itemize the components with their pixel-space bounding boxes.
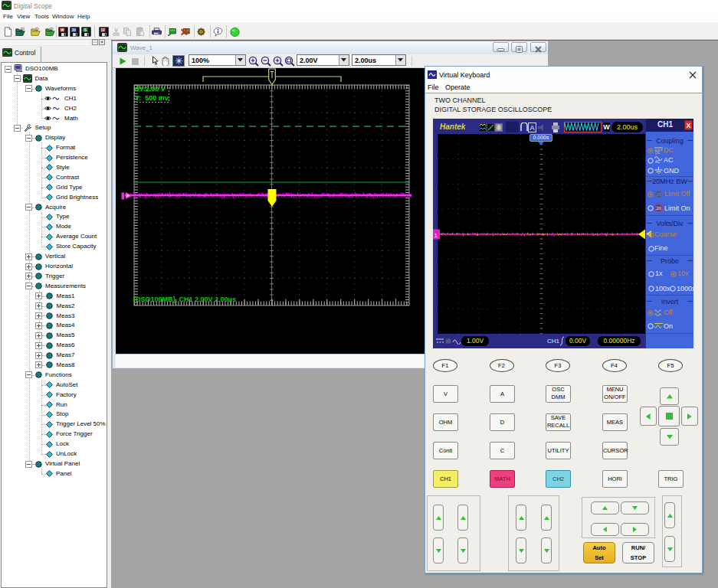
- svg-text:20: 20: [656, 192, 661, 197]
- svg-text:dY:2.00 V: dY:2.00 V: [135, 85, 166, 93]
- svg-text:S: S: [84, 28, 87, 32]
- svg-text:20: 20: [656, 206, 661, 211]
- svg-text:AC: AC: [655, 160, 661, 163]
- svg-text:12: 12: [101, 28, 105, 32]
- svg-text:[DSO100MB], CH1 2.00V 2.00us: [DSO100MB], CH1 2.00V 2.00us: [133, 296, 236, 303]
- svg-text:Y: 500 mv: Y: 500 mv: [135, 94, 169, 102]
- svg-text:10: 10: [72, 28, 76, 32]
- svg-text:1: 1: [434, 232, 438, 239]
- svg-text:DC: DC: [655, 151, 661, 154]
